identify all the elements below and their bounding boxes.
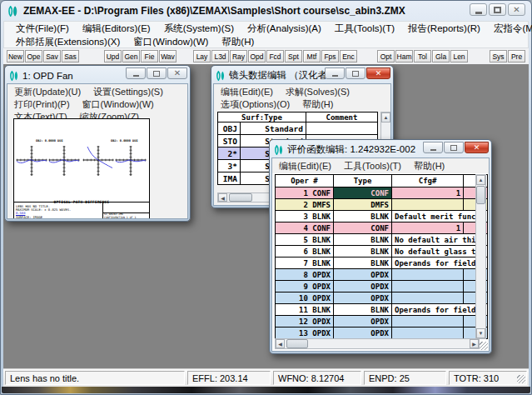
oper-cell[interactable]: 8 OPDX — [276, 269, 334, 281]
toolbar-button-l3d[interactable]: L3d — [211, 50, 229, 62]
lens-menu-item-0-1[interactable]: 求解(Solves)(S) — [286, 86, 350, 98]
opd-close-button[interactable]: ✕ — [167, 68, 187, 79]
toolbar-button-mtf[interactable]: Mtf — [303, 50, 321, 62]
oper-cell[interactable]: 12 OPDX — [276, 316, 334, 328]
menu-item-r1-4[interactable]: 工具(Tools)(T) — [328, 22, 401, 35]
lens-menu-item-1-1[interactable]: 帮助(H) — [302, 98, 333, 111]
surface-type-cell[interactable]: Standard — [241, 122, 306, 135]
opd-menu-item-1-0[interactable]: 打印(Print)(P) — [14, 98, 70, 111]
toolbar-button-new[interactable]: New — [7, 50, 24, 62]
toolbar-button-ope[interactable]: Ope — [25, 50, 42, 62]
comment-cell[interactable]: Default merit functi — [392, 211, 488, 222]
oper-cell[interactable]: 13 OPDX — [276, 328, 334, 339]
comment-cell[interactable]: No default glass thi — [392, 246, 488, 258]
toolbar-button-lay[interactable]: Lay — [193, 50, 211, 62]
menu-item-r1-5[interactable]: 报告(Reports)(R) — [401, 22, 487, 35]
menu-item-r1-1[interactable]: 编辑(Editors)(E) — [76, 22, 157, 35]
merit-menu-item-0-1[interactable]: 工具(Tools)(T) — [344, 160, 401, 172]
opd-maximize-button[interactable] — [147, 68, 167, 79]
surface-label-cell[interactable]: OBJ — [218, 122, 241, 135]
merit-horizontal-scrollbar[interactable]: ◀ ▶ — [275, 338, 480, 349]
cfg-cell[interactable] — [392, 199, 464, 211]
resize-grip[interactable] — [517, 375, 525, 383]
oper-cell[interactable]: 4 CONF — [276, 222, 334, 234]
type-cell[interactable]: BLNK — [334, 246, 392, 258]
toolbar-button-fcd[interactable]: Fcd — [266, 50, 284, 62]
type-cell[interactable]: OPDX — [334, 292, 392, 304]
merit-menu-item-0-2[interactable]: 帮助(H) — [414, 160, 445, 172]
scroll-right-button[interactable]: ▶ — [470, 339, 479, 348]
toolbar-button-opd[interactable]: Opd — [248, 50, 266, 62]
surface-label-cell[interactable]: STO — [218, 135, 241, 148]
toolbar-button-fps[interactable]: Fps — [321, 50, 339, 62]
oper-cell[interactable]: 11 BLNK — [276, 304, 334, 316]
lens-menu-item-1-0[interactable]: 选项(Options)(O) — [221, 98, 290, 111]
lens-close-button[interactable]: ✕ — [366, 68, 390, 79]
toolbar-button-spt[interactable]: Spt — [285, 50, 302, 62]
lens-maximize-button[interactable] — [346, 68, 365, 79]
toolbar-button-gen[interactable]: Gen — [122, 50, 140, 62]
toolbar-button-opt[interactable]: Opt — [377, 50, 395, 62]
toolbar-button-sas[interactable]: Sas — [62, 50, 79, 62]
scroll-up-button[interactable]: ▲ — [476, 175, 485, 185]
toolbar-button-sys[interactable]: Sys — [490, 50, 507, 62]
menu-item-r1-2[interactable]: 系统(System)(S) — [157, 22, 241, 35]
type-cell[interactable]: BLNK — [334, 304, 392, 316]
maximize-button[interactable] — [489, 3, 506, 16]
toolbar-button-gla[interactable]: Gla — [432, 50, 450, 62]
toolbar-button-tol[interactable]: Tol — [414, 50, 431, 62]
type-cell[interactable]: OPDX — [334, 328, 392, 339]
type-cell[interactable]: CONF — [334, 222, 392, 234]
scroll-thumb[interactable] — [286, 339, 308, 348]
opd-menu-item-0-0[interactable]: 更新(Update)(U) — [14, 86, 81, 98]
oper-cell[interactable]: 5 BLNK — [276, 234, 334, 246]
type-cell[interactable]: OPDX — [334, 316, 392, 328]
toolbar-button-sav[interactable]: Sav — [43, 50, 61, 62]
comment-cell[interactable]: Operands for field 1 — [392, 258, 488, 269]
toolbar-button-ray[interactable]: Ray — [230, 50, 247, 62]
close-button[interactable]: ✕ — [508, 3, 525, 16]
scroll-up-button[interactable]: ▲ — [381, 112, 390, 122]
merit-minimize-button[interactable] — [423, 142, 443, 153]
merit-maximize-button[interactable] — [444, 142, 464, 153]
oper-cell[interactable]: 6 BLNK — [276, 246, 334, 258]
scroll-down-button[interactable]: ▼ — [476, 328, 485, 338]
cfg-cell[interactable] — [392, 316, 464, 328]
menu-item-r2-1[interactable]: 窗口(Window)(W) — [127, 36, 215, 48]
cfg-cell[interactable] — [392, 269, 464, 281]
comment-cell[interactable]: Operands for field 2 — [392, 304, 488, 316]
scroll-thumb[interactable] — [476, 186, 485, 204]
surface-label-cell[interactable]: IMA — [218, 172, 241, 185]
toolbar-button-enc[interactable]: Enc — [340, 50, 357, 62]
type-cell[interactable]: BLNK — [334, 211, 392, 222]
scroll-left-button[interactable]: ◀ — [218, 193, 227, 202]
comment-cell[interactable]: No default air thick — [392, 234, 488, 246]
cfg-cell[interactable]: 1 — [392, 222, 464, 234]
merit-vertical-scrollbar[interactable]: ▲ ▼ — [475, 174, 486, 339]
type-cell[interactable]: OPDX — [334, 269, 392, 281]
type-cell[interactable]: BLNK — [334, 258, 392, 269]
opd-menu-item-1-1[interactable]: 窗口(Window)(W) — [82, 98, 154, 111]
lens-menu-item-0-0[interactable]: 编辑(Edit)(E) — [221, 86, 273, 98]
cfg-cell[interactable]: 1 — [392, 188, 464, 199]
toolbar-button-upd[interactable]: Upd — [104, 50, 122, 62]
lens-minimize-button[interactable] — [325, 68, 345, 79]
minimize-button[interactable] — [470, 3, 487, 16]
menu-item-r1-0[interactable]: 文件(File)(F) — [9, 22, 76, 35]
menu-item-r1-6[interactable]: 宏指令(Macros)(M) — [487, 22, 532, 35]
toolbar-button-pre[interactable]: Pre — [508, 50, 525, 62]
toolbar-button-fie[interactable]: Fie — [141, 50, 158, 62]
surface-label-cell[interactable]: 3* — [218, 160, 241, 172]
type-cell[interactable]: BLNK — [334, 234, 392, 246]
scroll-thumb[interactable] — [229, 193, 252, 202]
scroll-left-button[interactable]: ◀ — [276, 339, 285, 348]
toolbar-button-wav[interactable]: Wav — [159, 50, 177, 62]
menu-item-r2-2[interactable]: 帮助(H) — [215, 36, 261, 48]
cfg-cell[interactable] — [392, 292, 464, 304]
oper-cell[interactable]: 7 BLNK — [276, 258, 334, 269]
type-cell[interactable]: OPDX — [334, 281, 392, 292]
surface-comment-cell[interactable] — [306, 122, 378, 135]
opd-minimize-button[interactable] — [126, 68, 146, 79]
cfg-cell[interactable] — [392, 281, 464, 292]
oper-cell[interactable]: 9 OPDX — [276, 281, 334, 292]
